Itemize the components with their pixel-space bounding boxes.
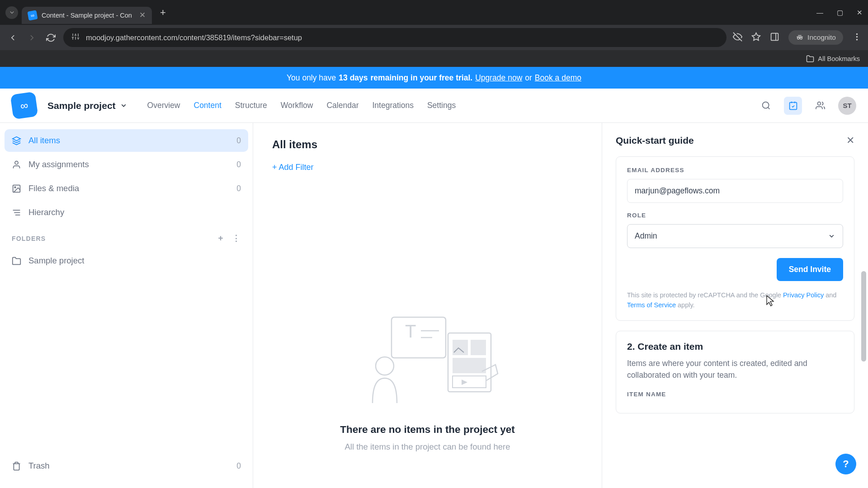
project-selector[interactable]: Sample project	[47, 100, 127, 111]
content-title: All items	[272, 138, 583, 151]
empty-illustration: T	[351, 313, 505, 412]
trial-prefix: You only have	[287, 73, 336, 83]
sidebar-item-label: All items	[28, 136, 60, 145]
tos-link[interactable]: Terms of Service	[627, 301, 676, 309]
side-panel-icon[interactable]	[770, 32, 779, 43]
people-icon[interactable]	[811, 97, 829, 115]
hierarchy-icon	[12, 208, 21, 217]
svg-point-15	[856, 33, 858, 35]
sidebar-files-media[interactable]: Files & media 0	[5, 177, 248, 200]
checklist-icon[interactable]	[784, 97, 802, 115]
role-value: Admin	[635, 231, 657, 241]
window-close-icon[interactable]: ✕	[857, 9, 863, 17]
nav-reload-icon[interactable]	[44, 33, 57, 42]
help-fab[interactable]: ?	[835, 454, 856, 474]
invite-card: EMAIL ADDRESS ROLE Admin Send Invite Thi…	[616, 156, 854, 321]
window-restore-icon[interactable]: ▢	[837, 9, 843, 17]
sidebar-all-items[interactable]: All items 0	[5, 129, 248, 152]
add-folder-icon[interactable]: +	[218, 233, 224, 244]
sidebar-my-assignments[interactable]: My assignments 0	[5, 153, 248, 176]
role-label: ROLE	[627, 212, 843, 219]
scrollbar[interactable]	[861, 271, 866, 361]
svg-point-18	[762, 102, 769, 108]
sidebar-item-label: Sample project	[28, 256, 84, 266]
svg-marker-24	[13, 136, 21, 141]
add-filter-button[interactable]: + Add Filter	[272, 163, 583, 172]
incognito-badge[interactable]: Incognito	[788, 30, 843, 45]
empty-title: There are no items in the project yet	[274, 424, 581, 436]
empty-subtitle: All the items in the project can be foun…	[274, 442, 581, 452]
window-minimize-icon[interactable]: —	[816, 9, 823, 17]
folder-menu-icon[interactable]: ⋮	[232, 233, 241, 244]
app-logo[interactable]: ∞	[10, 91, 38, 119]
step2-title: 2. Create an item	[627, 341, 843, 352]
create-item-card: 2. Create an item Items are where your c…	[616, 331, 854, 414]
sidebar-item-label: My assignments	[28, 160, 89, 169]
svg-rect-38	[453, 358, 486, 373]
bookmarks-bar: All Bookmarks	[0, 50, 868, 67]
trash-icon	[12, 461, 21, 471]
sidebar-item-count: 0	[236, 160, 241, 169]
sidebar-trash[interactable]: Trash 0	[5, 455, 248, 477]
quick-start-guide-panel: Quick-start guide ✕ EMAIL ADDRESS ROLE A…	[602, 123, 868, 488]
tab-favicon: ∞	[27, 10, 38, 20]
email-input[interactable]	[627, 179, 843, 203]
send-invite-button[interactable]: Send Invite	[777, 258, 843, 281]
nav-content[interactable]: Content	[194, 101, 222, 110]
trial-mid: remaining in your free trial.	[371, 73, 473, 83]
sidebar-folder[interactable]: Sample project	[5, 249, 248, 272]
nav-back-icon[interactable]	[6, 33, 19, 42]
svg-point-17	[856, 38, 858, 40]
folders-section-header: FOLDERS + ⋮	[5, 225, 248, 248]
tab-close-icon[interactable]: ✕	[139, 10, 146, 20]
nav-overview[interactable]: Overview	[147, 101, 180, 110]
nav-integrations[interactable]: Integrations	[372, 101, 413, 110]
trial-or: or	[525, 73, 532, 83]
sidebar: All items 0 My assignments 0 Files & med…	[0, 123, 253, 488]
upgrade-link[interactable]: Upgrade now	[475, 73, 522, 83]
recaptcha-notice: This site is protected by reCAPTCHA and …	[627, 281, 843, 310]
trial-banner: You only have 13 days remaining in your …	[0, 67, 868, 89]
sidebar-item-count: 0	[236, 461, 241, 471]
new-tab-button[interactable]: +	[160, 7, 166, 19]
bookmark-star-icon[interactable]	[751, 32, 761, 43]
folders-section-title: FOLDERS	[12, 235, 46, 242]
site-settings-icon[interactable]	[71, 33, 80, 42]
sidebar-hierarchy[interactable]: Hierarchy	[5, 201, 248, 224]
browser-menu-icon[interactable]	[852, 32, 862, 43]
svg-rect-11	[771, 33, 778, 40]
svg-point-25	[15, 161, 18, 164]
sidebar-item-count: 0	[236, 136, 241, 145]
trial-days: 13 days	[339, 73, 368, 83]
svg-point-14	[800, 37, 802, 39]
nav-structure[interactable]: Structure	[235, 101, 267, 110]
user-icon	[12, 160, 21, 169]
eye-off-icon[interactable]	[733, 32, 742, 43]
nav-workflow[interactable]: Workflow	[281, 101, 313, 110]
browser-tab[interactable]: ∞ Content - Sample project - Con ✕	[22, 7, 152, 24]
email-label: EMAIL ADDRESS	[627, 167, 843, 174]
sidebar-item-label: Trash	[28, 461, 50, 471]
url-text: moodjoy.gathercontent.com/content/385819…	[86, 33, 302, 42]
browser-url-bar: moodjoy.gathercontent.com/content/385819…	[0, 25, 868, 50]
privacy-policy-link[interactable]: Privacy Policy	[783, 291, 824, 299]
all-bookmarks-link[interactable]: All Bookmarks	[818, 55, 860, 62]
role-select[interactable]: Admin	[627, 224, 843, 248]
url-field[interactable]: moodjoy.gathercontent.com/content/385819…	[63, 28, 726, 47]
svg-text:T: T	[405, 321, 416, 341]
main-content: All items + Add Filter T	[253, 123, 602, 488]
svg-rect-36	[453, 340, 468, 355]
item-name-label: ITEM NAME	[627, 391, 843, 398]
nav-settings[interactable]: Settings	[427, 101, 456, 110]
nav-calendar[interactable]: Calendar	[326, 101, 359, 110]
search-icon[interactable]	[757, 97, 775, 115]
guide-close-icon[interactable]: ✕	[846, 135, 854, 146]
app-header: ∞ Sample project Overview Content Struct…	[0, 89, 868, 123]
user-avatar[interactable]: ST	[838, 97, 856, 115]
sidebar-item-count: 0	[236, 184, 241, 193]
tab-search-dropdown[interactable]	[5, 6, 18, 19]
chevron-down-icon	[828, 232, 835, 240]
image-icon	[12, 184, 21, 193]
book-demo-link[interactable]: Book a demo	[535, 73, 581, 83]
sidebar-item-label: Hierarchy	[28, 207, 64, 217]
